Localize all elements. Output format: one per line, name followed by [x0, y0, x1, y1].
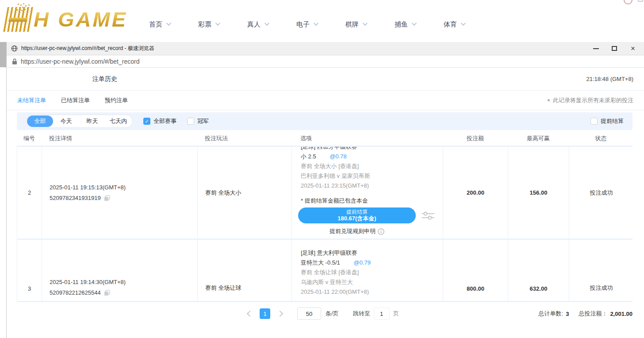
- bet-amount: 200.00: [443, 147, 508, 238]
- option-market: 赛前 全场大小 [香港盘]: [301, 161, 443, 171]
- chevron-down-icon: [412, 20, 417, 25]
- option-league: [足球] 西班牙甲级联赛: [301, 147, 443, 152]
- chevron-down-icon: [363, 20, 368, 25]
- totals: 总计单数: 3 总投注额： 2,001.00: [539, 310, 632, 318]
- nav-item-boardgames[interactable]: 棋牌: [345, 20, 366, 29]
- info-icon: [378, 228, 384, 235]
- nav-item-sports[interactable]: 体育: [444, 20, 464, 29]
- total-amount-value: 2,001.00: [610, 311, 632, 317]
- bet-amount: 800.00: [443, 240, 508, 301]
- browser-addressbar[interactable]: https://user-pc-new.jylywl.com/#/bet_rec…: [7, 55, 644, 68]
- bullet-icon: [548, 99, 550, 101]
- tabs-row: 未结算注单 已结算注单 预约注单 此记录将显示所有未派彩的投注: [7, 91, 644, 110]
- tab-unsettled[interactable]: 未结算注单: [17, 96, 46, 104]
- total-count-label: 总计单数:: [539, 310, 564, 318]
- early-settle-button[interactable]: 提前结算 180.67(含本金): [298, 207, 416, 223]
- tab-settled[interactable]: 已结算注单: [61, 96, 90, 104]
- bet-time: 2025-01-11 19:14:30(GMT+8): [50, 279, 197, 285]
- champion-checkbox[interactable]: 冠军: [187, 117, 209, 125]
- bet-id: 5209782341931919: [50, 195, 101, 201]
- lock-icon: [12, 58, 17, 65]
- range-7days[interactable]: 七天内: [105, 115, 131, 127]
- table-row: 2 2025-01-11 19:15:13(GMT+8) 52097823419…: [17, 146, 632, 238]
- option-league: [足球] 意大利甲级联赛: [301, 248, 443, 258]
- col-detail: 投注详情: [42, 134, 197, 142]
- chevron-down-icon: [264, 20, 269, 25]
- bet-detail-cell: 2025-01-11 19:15:13(GMT+8) 5209782341931…: [42, 147, 198, 238]
- nav-item-lottery[interactable]: 彩票: [198, 20, 219, 29]
- page-title: 注单历史: [92, 75, 117, 83]
- window-left-edge: [0, 42, 6, 67]
- globe-icon: [11, 45, 18, 52]
- browser-titlebar[interactable]: https://user-pc-new.jylywl.com/#/bet_rec…: [7, 42, 644, 55]
- bet-number: 3: [17, 240, 42, 301]
- minimize-button[interactable]: [589, 43, 602, 54]
- chevron-down-icon: [166, 20, 171, 25]
- main-nav: 首页 彩票 真人 电子 棋牌 捕鱼 体育: [149, 20, 493, 29]
- bet-id: 5209782212625544: [50, 289, 101, 296]
- bet-play: 赛前 全场让球: [198, 240, 292, 301]
- bet-detail-cell: 2025-01-11 19:14:30(GMT+8) 5209782212625…: [42, 240, 198, 301]
- server-clock: 21:18:48 (GMT+8): [586, 76, 633, 82]
- nav-item-home[interactable]: 首页: [149, 20, 170, 29]
- filter-bar: 全部 今天 昨天 七天内 全部赛事 冠军 提前结算: [17, 112, 632, 130]
- early-cashout-rule-link[interactable]: 提前兑现规则申明: [298, 227, 416, 235]
- checkbox-unchecked-icon: [590, 118, 598, 125]
- option-odds: @0.79: [353, 259, 371, 266]
- option-odds: @0.78: [330, 153, 347, 160]
- range-yesterday[interactable]: 昨天: [79, 115, 105, 127]
- early-settle-checkbox[interactable]: 提前结算: [590, 117, 624, 125]
- copy-icon[interactable]: [104, 290, 110, 296]
- next-page-button[interactable]: [277, 311, 283, 317]
- option-match-time: 2025-01-11 22:00(GMT+8): [301, 287, 443, 297]
- maximize-button[interactable]: [608, 43, 621, 54]
- bet-table: 编号 投注详情 投注玩法 选项 投注额 最高可赢 状态 2 2025-01-11…: [17, 131, 632, 302]
- total-count-value: 3: [566, 311, 569, 317]
- browser-window: https://user-pc-new.jylywl.com/#/bet_rec…: [6, 42, 644, 338]
- url-text[interactable]: https://user-pc-new.jylywl.com/#/bet_rec…: [21, 58, 139, 65]
- option-pick-line: 小 2.5 @0.78: [301, 152, 443, 161]
- maximize-icon: [612, 46, 617, 51]
- sliders-icon[interactable]: [422, 211, 434, 220]
- nav-item-slots[interactable]: 电子: [296, 20, 317, 29]
- option-match: 乌迪内斯 v 亚特兰大: [301, 277, 443, 287]
- chevron-down-icon: [215, 20, 220, 25]
- close-button[interactable]: ×: [626, 43, 640, 54]
- all-events-checkbox[interactable]: 全部赛事: [143, 117, 176, 125]
- bet-status: 投注成功: [569, 240, 633, 301]
- col-play: 投注玩法: [197, 134, 291, 142]
- bet-play: 赛前 全场大小: [198, 147, 292, 238]
- range-all[interactable]: 全部: [27, 115, 53, 127]
- bet-time: 2025-01-11 19:15:13(GMT+8): [50, 184, 197, 191]
- nav-item-live[interactable]: 真人: [247, 20, 268, 29]
- pagination-bar: 1 条/页 跳转至 页 总计单数: 3 总投注额： 2,001.00: [17, 307, 632, 321]
- early-settle-note: * 提前结算金额已包含本金: [301, 196, 443, 206]
- window-controls: ×: [584, 43, 640, 54]
- option-match: 巴利亚多利德 v 皇家贝蒂斯: [301, 171, 443, 181]
- nav-item-fishing[interactable]: 捕鱼: [395, 20, 415, 29]
- page-header: 注单历史 21:18:48 (GMT+8): [7, 68, 644, 91]
- chevron-down-icon: [314, 20, 318, 25]
- chevron-down-icon: [461, 20, 466, 25]
- prev-page-button[interactable]: [247, 311, 253, 317]
- option-market: 赛前 全场让球 [香港盘]: [301, 268, 443, 277]
- copy-icon[interactable]: [104, 195, 110, 201]
- range-today[interactable]: 今天: [53, 115, 79, 127]
- option-match-time: 2025-01-11 23:15(GMT+8): [301, 181, 443, 191]
- bet-option-cell: [足球] 西班牙甲级联赛 小 2.5 @0.78 赛前 全场大小 [香港盘] 巴…: [292, 147, 443, 238]
- jump-page-input[interactable]: [374, 307, 390, 320]
- page-number-button[interactable]: 1: [260, 308, 270, 319]
- brand-logo[interactable]: H GAME: [5, 7, 127, 32]
- option-pick: 亚特兰大 -0.5/1: [301, 259, 340, 266]
- bet-record-page: 注单历史 21:18:48 (GMT+8) 未结算注单 已结算注单 预约注单 此…: [7, 68, 644, 338]
- col-amount: 投注额: [443, 134, 508, 142]
- bet-number: 2: [17, 147, 42, 238]
- page-size-input[interactable]: [297, 307, 321, 320]
- bet-maxwin: 156.00: [508, 147, 569, 238]
- logo-striped-h-mark: [3, 7, 33, 32]
- tab-reserved[interactable]: 预约注单: [105, 96, 128, 104]
- col-status: 状态: [569, 134, 633, 142]
- corner-avatar-icon[interactable]: [624, 0, 632, 4]
- total-amount-label: 总投注额：: [579, 310, 607, 318]
- checkbox-unchecked-icon: [187, 118, 194, 125]
